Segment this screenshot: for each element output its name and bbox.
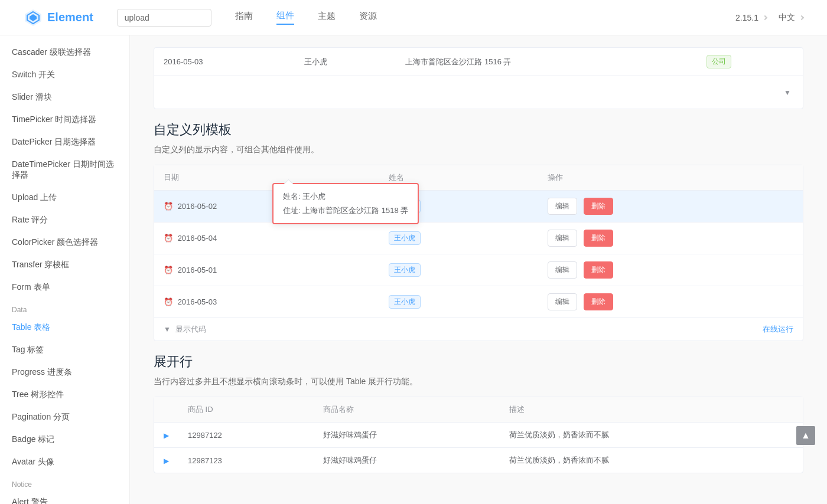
table-row: ⏰ 2016-05-02 王小虎 编辑 删除	[154, 191, 803, 222]
show-code-label[interactable]: 显示代码	[175, 324, 206, 335]
edit-button[interactable]: 编辑	[548, 198, 577, 215]
table-row: ▶ 12987122 好滋好味鸡蛋仔 荷兰优质淡奶，奶香浓而不腻	[154, 423, 803, 448]
delete-button[interactable]: 删除	[584, 198, 613, 215]
custom-column-table-wrapper: 姓名: 王小虎 住址: 上海市普陀区金沙江路 1518 弄 日期 姓名 操作	[154, 165, 803, 341]
run-online-link[interactable]: 在线运行	[763, 324, 793, 335]
sidebar-item-slider[interactable]: Slider 滑块	[0, 86, 129, 109]
nav-item-components[interactable]: 组件	[276, 10, 294, 25]
expand-cell[interactable]: ▶	[154, 423, 178, 448]
expand-arrow-icon[interactable]: ▶	[164, 431, 169, 440]
sidebar-item-badge[interactable]: Badge 标记	[0, 428, 129, 451]
table-row: ⏰ 2016-05-03 王小虎 编辑 删除	[154, 286, 803, 318]
lang-select[interactable]: 中文	[779, 12, 803, 23]
scroll-to-top-button[interactable]: ▲	[796, 426, 815, 445]
name-cell: 王小虎	[295, 48, 396, 76]
expand-icon[interactable]: ▼	[164, 325, 171, 333]
date-cell: ⏰ 2016-05-04	[154, 222, 379, 254]
sidebar-item-pagination[interactable]: Pagination 分页	[0, 406, 129, 428]
sidebar-item-tree[interactable]: Tree 树形控件	[0, 384, 129, 406]
clock-icon: ⏰	[164, 234, 173, 243]
edit-button[interactable]: 编辑	[548, 230, 577, 247]
table-header-row: 商品 ID 商品名称 描述	[154, 397, 803, 423]
company-tag: 公司	[706, 55, 731, 68]
chevron-down-icon	[763, 15, 767, 19]
col-expand	[154, 397, 178, 423]
date-cell: ⏰ 2016-05-01	[154, 254, 379, 286]
name-cell: 王小虎	[379, 254, 538, 286]
action-cell: 编辑 删除	[538, 286, 803, 318]
sidebar-item-tag[interactable]: Tag 标签	[0, 339, 129, 361]
table-header-row: 日期 姓名 操作	[154, 165, 803, 191]
tooltip-address-row: 住址: 上海市普陀区金沙江路 1518 弄	[283, 205, 408, 216]
sidebar: Cascader 级联选择器 Switch 开关 Slider 滑块 TimeP…	[0, 35, 130, 504]
top-table-wrapper: 2016-05-03 王小虎 上海市普陀区金沙江路 1516 弄 公司 ▼	[154, 47, 803, 109]
nav-item-theme[interactable]: 主题	[318, 11, 336, 24]
search-input[interactable]	[117, 9, 211, 27]
col-desc: 描述	[500, 397, 803, 423]
id-cell: 12987123	[178, 448, 314, 473]
custom-column-title: 自定义列模板	[154, 121, 803, 139]
col-product-name: 商品名称	[314, 397, 499, 423]
expand-table-wrapper: 商品 ID 商品名称 描述 ▶ 12987122 好滋好味鸡蛋仔 荷兰优	[154, 397, 803, 473]
table-row: ▶ 12987123 好滋好味鸡蛋仔 荷兰优质淡奶，奶香浓而不腻	[154, 448, 803, 473]
delete-button[interactable]: 删除	[584, 261, 613, 279]
sidebar-item-datetimepicker[interactable]: DateTimePicker 日期时间选择器	[0, 153, 129, 186]
sidebar-item-transfer[interactable]: Transfer 穿梭框	[0, 254, 129, 276]
edit-button[interactable]: 编辑	[548, 293, 577, 310]
sidebar-item-alert[interactable]: Alert 警告	[0, 491, 129, 504]
col-action: 操作	[538, 165, 803, 191]
expand-section: 展开行 当行内容过多并且不想显示横向滚动条时，可以使用 Table 展开行功能。…	[154, 353, 803, 473]
product-name-cell: 好滋好味鸡蛋仔	[314, 448, 499, 473]
sidebar-item-form[interactable]: Form 表单	[0, 276, 129, 299]
delete-button[interactable]: 删除	[584, 230, 613, 247]
desc-cell: 荷兰优质淡奶，奶香浓而不腻	[500, 423, 803, 448]
version-select[interactable]: 2.15.1	[735, 13, 767, 22]
id-cell: 12987122	[178, 423, 314, 448]
delete-button[interactable]: 删除	[584, 293, 613, 310]
sidebar-item-datepicker[interactable]: DatePicker 日期选择器	[0, 131, 129, 153]
action-cell: 编辑 删除	[538, 191, 803, 222]
action-cell: 编辑 删除	[538, 222, 803, 254]
product-name-cell: 好滋好味鸡蛋仔	[314, 423, 499, 448]
address-cell: 上海市普陀区金沙江路 1516 弄	[396, 48, 697, 76]
sidebar-item-switch[interactable]: Switch 开关	[0, 64, 129, 86]
sidebar-item-colorpicker[interactable]: ColorPicker 颜色选择器	[0, 231, 129, 254]
clock-icon: ⏰	[164, 202, 173, 211]
expand-section-desc: 当行内容过多并且不想显示横向滚动条时，可以使用 Table 展开行功能。	[154, 377, 803, 387]
header: Element 指南 组件 主题 资源 2.15.1 中文	[0, 0, 827, 35]
sidebar-item-cascader[interactable]: Cascader 级联选择器	[0, 41, 129, 64]
main-content: 2016-05-03 王小虎 上海市普陀区金沙江路 1516 弄 公司 ▼	[130, 35, 827, 504]
date-cell: 2016-05-03	[154, 48, 295, 76]
sidebar-item-upload[interactable]: Upload 上传	[0, 186, 129, 209]
name-tag: 王小虎	[389, 231, 421, 245]
expand-cell[interactable]: ▶	[154, 448, 178, 473]
table-footer: ▼ 显示代码 在线运行	[154, 318, 803, 341]
chevron-down-icon	[799, 15, 804, 19]
layout: Cascader 级联选择器 Switch 开关 Slider 滑块 TimeP…	[0, 35, 827, 504]
tooltip-popup: 姓名: 王小虎 住址: 上海市普陀区金沙江路 1518 弄	[272, 183, 419, 224]
edit-button[interactable]: 编辑	[548, 261, 577, 279]
sidebar-section-notice: Notice	[0, 473, 129, 491]
expand-arrow-icon[interactable]: ▶	[164, 457, 169, 465]
name-cell: 王小虎	[379, 286, 538, 318]
desc-cell: 荷兰优质淡奶，奶香浓而不腻	[500, 448, 803, 473]
table-row: ⏰ 2016-05-01 王小虎 编辑 删除	[154, 254, 803, 286]
sidebar-item-avatar[interactable]: Avatar 头像	[0, 451, 129, 473]
top-table: 2016-05-03 王小虎 上海市普陀区金沙江路 1516 弄 公司 ▼	[154, 48, 803, 109]
custom-column-desc: 自定义列的显示内容，可组合其他组件使用。	[154, 145, 803, 155]
sidebar-item-table[interactable]: Table 表格	[0, 316, 129, 339]
logo-text: Element	[47, 11, 93, 24]
name-tag: 王小虎	[389, 263, 421, 277]
sidebar-item-progress[interactable]: Progress 进度条	[0, 361, 129, 384]
name-tag: 王小虎	[389, 295, 421, 309]
expand-table: 商品 ID 商品名称 描述 ▶ 12987122 好滋好味鸡蛋仔 荷兰优	[154, 397, 803, 473]
expand-section-title: 展开行	[154, 353, 803, 371]
tag-cell: 公司	[697, 48, 803, 76]
sidebar-item-rate[interactable]: Rate 评分	[0, 209, 129, 231]
clock-icon: ⏰	[164, 297, 173, 306]
nav-item-guide[interactable]: 指南	[235, 11, 253, 24]
clock-icon: ⏰	[164, 266, 173, 274]
name-cell: 王小虎	[379, 222, 538, 254]
sidebar-item-timepicker[interactable]: TimePicker 时间选择器	[0, 109, 129, 131]
nav-item-resources[interactable]: 资源	[359, 11, 377, 24]
